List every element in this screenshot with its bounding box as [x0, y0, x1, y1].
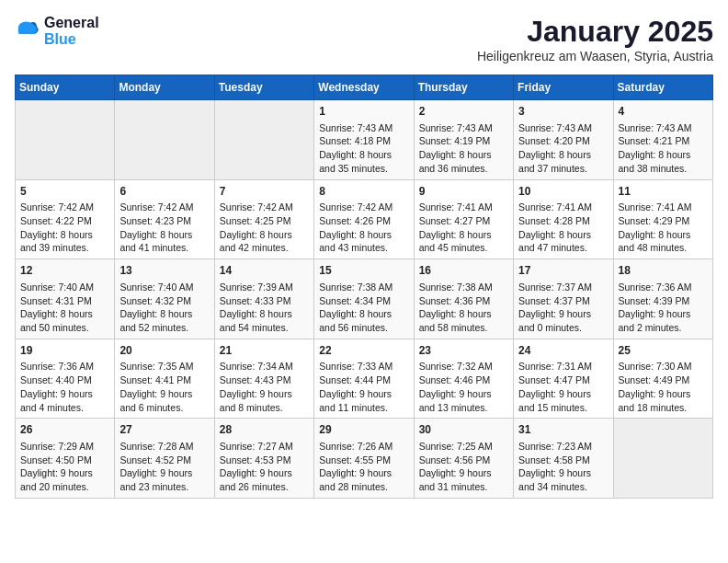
cell-text: Daylight: 8 hours and 48 minutes. — [619, 228, 708, 255]
cell-text: Sunset: 4:32 PM — [119, 294, 209, 308]
cell-text: Sunrise: 7:33 AM — [319, 360, 408, 373]
cell-text: Sunrise: 7:27 AM — [220, 440, 309, 454]
cell-text: Sunset: 4:52 PM — [119, 454, 209, 467]
day-number: 9 — [419, 184, 508, 200]
day-number: 23 — [419, 343, 508, 359]
cell-text: Sunset: 4:50 PM — [20, 454, 109, 467]
calendar-cell: 14Sunrise: 7:39 AMSunset: 4:33 PMDayligh… — [214, 259, 313, 339]
cell-text: Sunset: 4:41 PM — [119, 373, 209, 387]
calendar-cell: 15Sunrise: 7:38 AMSunset: 4:34 PMDayligh… — [314, 259, 414, 339]
cell-text: Sunset: 4:23 PM — [119, 214, 209, 228]
header-cell-thursday: Thursday — [414, 75, 513, 100]
day-number: 13 — [119, 263, 209, 279]
calendar-cell: 27Sunrise: 7:28 AMSunset: 4:52 PMDayligh… — [115, 419, 214, 499]
cell-text: Sunrise: 7:43 AM — [419, 121, 508, 135]
day-number: 21 — [220, 343, 309, 359]
week-row-4: 26Sunrise: 7:29 AMSunset: 4:50 PMDayligh… — [16, 419, 713, 499]
cell-text: Daylight: 9 hours and 4 minutes. — [20, 387, 109, 414]
calendar-cell — [16, 100, 115, 180]
header-cell-wednesday: Wednesday — [314, 75, 414, 100]
logo-text: General Blue — [44, 15, 99, 48]
calendar-cell: 26Sunrise: 7:29 AMSunset: 4:50 PMDayligh… — [16, 419, 115, 499]
calendar-header: SundayMondayTuesdayWednesdayThursdayFrid… — [16, 75, 713, 100]
cell-text: Daylight: 8 hours and 41 minutes. — [119, 228, 209, 255]
cell-text: Daylight: 8 hours and 38 minutes. — [619, 148, 708, 175]
cell-text: Daylight: 8 hours and 50 minutes. — [20, 307, 109, 334]
cell-text: Sunset: 4:26 PM — [319, 214, 408, 228]
calendar-cell: 20Sunrise: 7:35 AMSunset: 4:41 PMDayligh… — [115, 339, 214, 419]
cell-text: Sunset: 4:44 PM — [319, 373, 408, 387]
cell-text: Sunset: 4:28 PM — [518, 214, 608, 228]
cell-text: Sunset: 4:27 PM — [419, 214, 508, 228]
calendar-cell: 1Sunrise: 7:43 AMSunset: 4:18 PMDaylight… — [314, 100, 414, 180]
cell-text: Sunset: 4:34 PM — [319, 294, 408, 308]
cell-text: Sunset: 4:55 PM — [319, 454, 408, 467]
day-number: 16 — [419, 263, 508, 279]
cell-text: Sunset: 4:33 PM — [220, 294, 309, 308]
calendar-cell: 24Sunrise: 7:31 AMSunset: 4:47 PMDayligh… — [514, 339, 613, 419]
day-number: 30 — [419, 422, 508, 438]
calendar-cell: 21Sunrise: 7:34 AMSunset: 4:43 PMDayligh… — [214, 339, 313, 419]
calendar-cell: 6Sunrise: 7:42 AMSunset: 4:23 PMDaylight… — [115, 179, 214, 259]
calendar-cell: 10Sunrise: 7:41 AMSunset: 4:28 PMDayligh… — [514, 179, 613, 259]
logo-icon — [15, 18, 40, 44]
cell-text: Sunset: 4:31 PM — [20, 294, 109, 308]
header-cell-saturday: Saturday — [613, 75, 712, 100]
cell-text: Daylight: 9 hours and 28 minutes. — [319, 466, 408, 493]
calendar-cell: 12Sunrise: 7:40 AMSunset: 4:31 PMDayligh… — [16, 259, 115, 339]
page-header: General Blue January 2025 Heiligenkreuz … — [15, 15, 713, 63]
cell-text: Sunrise: 7:31 AM — [518, 360, 608, 373]
calendar-cell — [214, 100, 313, 180]
cell-text: Sunset: 4:49 PM — [619, 373, 708, 387]
calendar-table: SundayMondayTuesdayWednesdayThursdayFrid… — [15, 75, 713, 499]
day-number: 19 — [20, 343, 109, 359]
cell-text: Sunset: 4:56 PM — [419, 454, 508, 467]
cell-text: Daylight: 8 hours and 56 minutes. — [319, 307, 408, 334]
cell-text: Sunrise: 7:25 AM — [419, 440, 508, 454]
cell-text: Daylight: 8 hours and 37 minutes. — [518, 148, 608, 175]
calendar-cell: 2Sunrise: 7:43 AMSunset: 4:19 PMDaylight… — [414, 100, 513, 180]
day-number: 1 — [319, 104, 408, 120]
cell-text: Daylight: 9 hours and 26 minutes. — [220, 466, 309, 493]
calendar-cell: 17Sunrise: 7:37 AMSunset: 4:37 PMDayligh… — [514, 259, 613, 339]
calendar-cell: 18Sunrise: 7:36 AMSunset: 4:39 PMDayligh… — [613, 259, 712, 339]
week-row-1: 5Sunrise: 7:42 AMSunset: 4:22 PMDaylight… — [16, 179, 713, 259]
day-number: 22 — [319, 343, 408, 359]
header-row: SundayMondayTuesdayWednesdayThursdayFrid… — [16, 75, 713, 100]
cell-text: Daylight: 9 hours and 18 minutes. — [619, 387, 708, 414]
cell-text: Sunset: 4:22 PM — [20, 214, 109, 228]
day-number: 5 — [20, 184, 109, 200]
day-number: 17 — [518, 263, 608, 279]
day-number: 10 — [518, 184, 608, 200]
cell-text: Sunrise: 7:42 AM — [119, 201, 209, 214]
cell-text: Sunset: 4:21 PM — [619, 134, 708, 148]
cell-text: Daylight: 9 hours and 23 minutes. — [119, 466, 209, 493]
week-row-0: 1Sunrise: 7:43 AMSunset: 4:18 PMDaylight… — [16, 100, 713, 180]
cell-text: Sunrise: 7:41 AM — [518, 201, 608, 214]
cell-text: Sunset: 4:37 PM — [518, 294, 608, 308]
day-number: 18 — [619, 263, 708, 279]
calendar-cell: 30Sunrise: 7:25 AMSunset: 4:56 PMDayligh… — [414, 419, 513, 499]
calendar-cell: 29Sunrise: 7:26 AMSunset: 4:55 PMDayligh… — [314, 419, 414, 499]
title-block: January 2025 Heiligenkreuz am Waasen, St… — [477, 15, 713, 63]
day-number: 14 — [220, 263, 309, 279]
cell-text: Sunset: 4:53 PM — [220, 454, 309, 467]
calendar-cell: 22Sunrise: 7:33 AMSunset: 4:44 PMDayligh… — [314, 339, 414, 419]
cell-text: Daylight: 8 hours and 36 minutes. — [419, 148, 508, 175]
day-number: 25 — [619, 343, 708, 359]
day-number: 7 — [220, 184, 309, 200]
calendar-cell: 19Sunrise: 7:36 AMSunset: 4:40 PMDayligh… — [16, 339, 115, 419]
day-number: 29 — [319, 422, 408, 438]
cell-text: Daylight: 8 hours and 52 minutes. — [119, 307, 209, 334]
cell-text: Sunrise: 7:41 AM — [619, 201, 708, 214]
cell-text: Sunset: 4:29 PM — [619, 214, 708, 228]
cell-text: Sunrise: 7:28 AM — [119, 440, 209, 454]
cell-text: Sunset: 4:25 PM — [220, 214, 309, 228]
cell-text: Sunrise: 7:30 AM — [619, 360, 708, 373]
day-number: 15 — [319, 263, 408, 279]
cell-text: Daylight: 9 hours and 34 minutes. — [518, 466, 608, 493]
cell-text: Daylight: 9 hours and 11 minutes. — [319, 387, 408, 414]
calendar-cell: 25Sunrise: 7:30 AMSunset: 4:49 PMDayligh… — [613, 339, 712, 419]
header-cell-friday: Friday — [514, 75, 613, 100]
calendar-cell: 9Sunrise: 7:41 AMSunset: 4:27 PMDaylight… — [414, 179, 513, 259]
